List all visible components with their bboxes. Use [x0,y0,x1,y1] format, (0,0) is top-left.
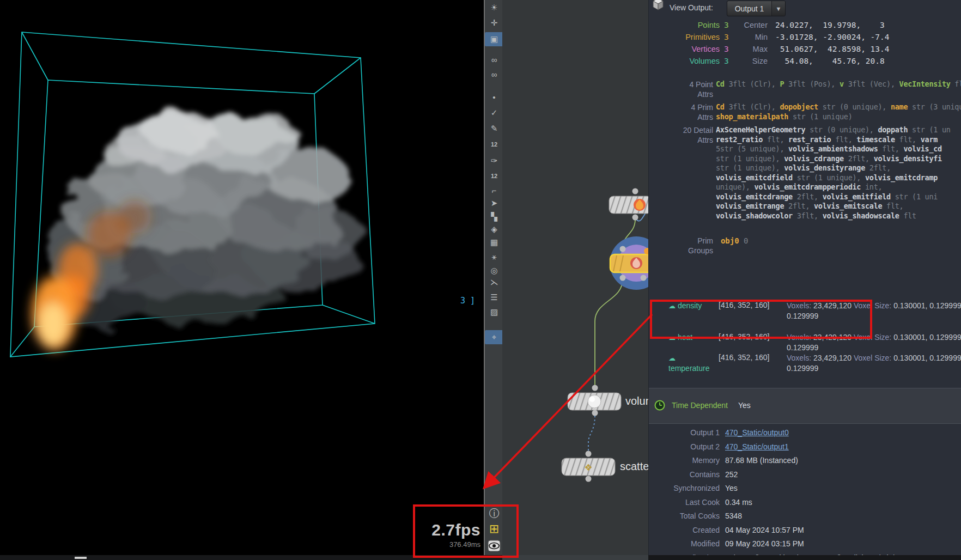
stat-label: Primitives [649,33,720,41]
attr-segment: v [840,80,844,88]
attr-section-label: 4 PrimAttrs [649,103,713,122]
info-row-synchronized: SynchronizedYes [649,484,961,496]
frame-12b-icon[interactable]: 12 [485,169,503,183]
info-row-value: 04 May 2024 10:57 PM [725,526,804,534]
wire-blue-dotted [588,416,595,451]
stat-label: Points [649,21,720,29]
hook-icon[interactable]: ✓ [485,106,503,120]
add-light-icon[interactable]: ☀ [485,1,503,15]
stat-value: 24.0227, 19.9798, 3 [775,21,885,29]
output-link[interactable]: 470_Static/output0 [725,428,789,437]
volume-dims: [416, 352, 160] [719,353,769,362]
attr-segment: 0.129999 [787,312,818,320]
attr-segment: volvis_emitcdfield [716,173,793,182]
stat-label2: Min [735,33,768,41]
frame-12-icon[interactable]: 12 [485,137,503,151]
attr-segment: 3flt (Pos) [784,80,831,88]
point-icon[interactable]: • [485,90,503,105]
attr-segment: shop_materialpath [716,112,788,121]
attr-segment: 0.130001, 0.129999, [893,301,961,310]
attr-segment: , [865,154,874,163]
attr-segment: name [891,102,908,111]
attr-segment: Voxels: [787,333,813,342]
attr-segment: 0.130001, 0.129999, [893,333,961,342]
attr-segment: volvis_cdrange [784,154,844,163]
volume-dims: [416, 352, 160] [719,332,769,341]
chevron-down-icon[interactable]: ▼ [771,1,785,16]
photo-icon[interactable]: ▨ [485,305,503,319]
attr-segment: doppath [878,125,908,134]
info-row-label: Contains [649,470,720,479]
playbar-tick [75,557,87,559]
attr-segment: , [780,144,788,153]
playbar-strip[interactable] [0,555,961,560]
prim-value: obj0 [721,236,739,245]
attr-segment: flt [895,135,912,144]
attr-segment: , [899,202,904,210]
attr-segment: , [831,80,840,88]
attr-segment: , [780,135,788,144]
brush-icon[interactable]: ✑ [485,154,503,168]
attr-segment: , [776,154,784,163]
attr-segment: Voxel Size: [854,301,893,310]
info-row-value: 252 [725,470,738,479]
stat-count: 3 [724,33,735,41]
network-editor[interactable]: ❖ volume scatter [502,0,648,555]
info-row-output-2: Output 2470_Static/output1 [649,442,961,454]
attr-segment: , [776,163,784,172]
groups-row: Groups [649,246,961,255]
attr-segment: volvis_emitscale [814,202,882,210]
arrow-icon[interactable]: ➤ [485,196,503,210]
cloud-icon: ☁ [668,354,676,362]
grid-icon[interactable]: ▦ [485,235,503,249]
pen-icon[interactable]: ✎ [485,121,503,136]
volume-node-label[interactable]: volume [625,395,648,407]
attr-segment: , [869,125,878,134]
groups-label: Groups [649,246,713,255]
attr-segment: Voxels: [787,354,813,362]
layout-grid-icon[interactable]: ⊞ [485,522,503,536]
pin-icon[interactable]: ⌖ [485,330,503,344]
prim-count: 0 [744,236,748,245]
info-row-label: Last Cook [649,498,720,507]
scene-viewport[interactable]: 3 ] 2.7fps 376.49ms [0,0,484,555]
scatter-node-label[interactable]: scatter [620,460,648,473]
attr-segment: str (3 unique) [908,102,961,111]
attr-segment: unique) [716,182,746,191]
stat-value: -3.01728, -2.90024, -7.4 [775,33,890,41]
stat-count: 3 [724,57,735,65]
viewport-state-marker: 3 ] [460,296,475,306]
info-row-memory: Memory87.68 MB (Instanced) [649,456,961,468]
wand-icon[interactable]: ⚹ [485,249,503,264]
tripod-icon[interactable]: ⋋ [485,275,503,289]
info-row-value: 5348 [725,512,742,520]
info-row-label: Total Cooks [649,512,720,520]
attr-segment: str (1 unique) [793,173,856,182]
review-glasses-icon[interactable]: ∞ [485,68,503,82]
glasses-icon[interactable]: ∞ [485,53,503,67]
diamond-icon[interactable]: ◈ [485,222,503,236]
stat-label2: Max [735,45,768,53]
layers-icon[interactable]: ☰ [485,290,503,305]
attr-segment: 2flt [784,202,805,210]
info-row-label: Synchronized [649,484,720,492]
volume-voxels: Voxels: 23,429,120 Voxel Size: 0.130001,… [787,353,961,374]
view-cube-icon[interactable]: ▣ [485,32,503,46]
attr-segment: dopobject [780,102,818,111]
attr-segment: 23,429,120 [813,354,854,362]
frame-time-ms: 376.49ms [431,540,480,549]
visibility-eye-icon[interactable] [485,538,503,552]
info-icon[interactable]: ⓘ [485,507,503,521]
houdini-window: 3 ] 2.7fps 376.49ms ☀✛▣∞∞•✓✎12✑12⌐➤▚◈▦⚹◎… [0,0,961,560]
attr-segment: Cd [716,80,725,88]
add-lookat-icon[interactable]: ✛ [485,16,503,30]
output-select-button[interactable]: Output 1 ▼ [727,1,786,16]
output-link[interactable]: 470_Static/output1 [725,442,789,451]
info-row-value: 0.34 ms [725,498,752,507]
info-row-value: Yes [725,484,738,492]
attr-segment: 2flt [793,192,814,201]
attr-segment: volvis_ambientshadows [788,144,878,153]
attr-segment: str (1 unique) [716,163,776,172]
sphere-icon [589,397,595,402]
attr-segment: str (1 unique) [716,154,776,163]
